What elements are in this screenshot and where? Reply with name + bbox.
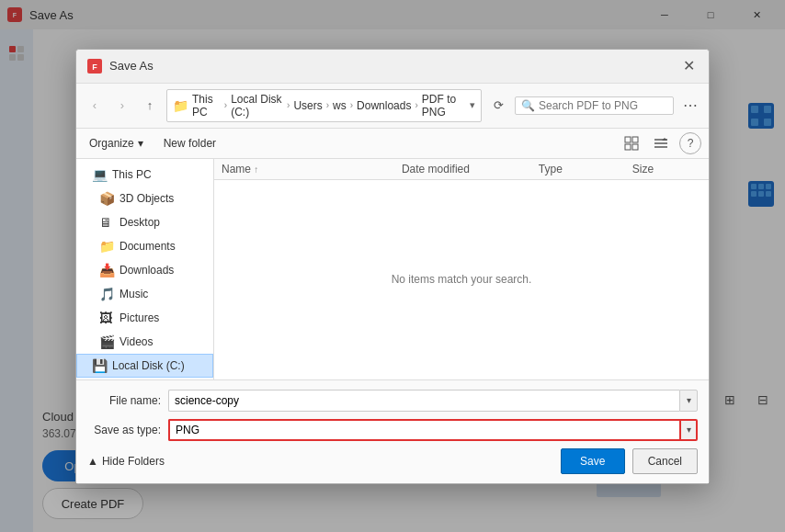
back-button[interactable]: ‹ xyxy=(84,95,106,117)
svg-rect-28 xyxy=(632,137,638,142)
path-local-c: Local Disk (C:) xyxy=(231,93,283,119)
dialog-footer: File name: ▾ Save as type: PNG JPEG BMP … xyxy=(76,379,709,483)
sidebar-item-this-pc[interactable]: 💻 This PC xyxy=(76,163,213,187)
this-pc-label: This PC xyxy=(112,168,152,181)
filetype-label: Save as type: xyxy=(87,424,161,436)
search-input[interactable] xyxy=(539,99,667,112)
sidebar-item-documents[interactable]: 📁 Documents xyxy=(76,234,213,258)
svg-rect-30 xyxy=(632,144,638,150)
hide-folders-arrow-icon: ▲ xyxy=(87,455,98,468)
address-path[interactable]: 📁 This PC › Local Disk (C:) › Users › ws… xyxy=(166,89,482,122)
modal-overlay: F Save As ✕ ‹ › ↑ 📁 This PC › Local Disk… xyxy=(0,0,785,532)
file-list: Name ↑ Date modified Type Size No items … xyxy=(214,159,709,379)
svg-rect-27 xyxy=(625,137,631,142)
sidebar-item-local-d[interactable]: 💾 Local Disk (D:) xyxy=(76,378,213,379)
path-downloads: Downloads xyxy=(357,99,411,112)
this-pc-icon: 💻 xyxy=(92,167,107,182)
filename-row: File name: ▾ xyxy=(87,390,698,412)
path-this-pc: This PC xyxy=(192,93,221,119)
dialog-close-button[interactable]: ✕ xyxy=(679,57,698,75)
desktop-label: Desktop xyxy=(119,216,160,229)
dialog-titlebar: F Save As ✕ xyxy=(76,50,709,84)
svg-rect-29 xyxy=(625,144,631,150)
save-as-dialog: F Save As ✕ ‹ › ↑ 📁 This PC › Local Disk… xyxy=(75,49,710,484)
3d-objects-icon: 📦 xyxy=(99,191,114,206)
search-icon: 🔍 xyxy=(521,99,535,112)
organize-button[interactable]: Organize ▾ xyxy=(84,134,149,153)
hide-folders-label: Hide Folders xyxy=(102,455,165,468)
downloads-icon: 📥 xyxy=(99,263,114,277)
sort-button[interactable] xyxy=(650,132,672,154)
toolbar: Organize ▾ New folder xyxy=(76,129,709,159)
path-ws: ws xyxy=(333,99,347,112)
filename-dropdown-button[interactable]: ▾ xyxy=(679,390,698,412)
pictures-label: Pictures xyxy=(119,311,159,324)
pictures-icon: 🖼 xyxy=(99,311,114,325)
more-options-button[interactable]: ⋯ xyxy=(679,95,701,117)
dialog-actions: Save Cancel xyxy=(561,448,698,474)
documents-label: Documents xyxy=(119,240,176,253)
path-pdf-to-png: PDF to PNG xyxy=(422,93,466,119)
filetype-row: Save as type: PNG JPEG BMP TIFF ▾ xyxy=(87,419,698,441)
path-dropdown-button[interactable]: ▾ xyxy=(470,99,475,111)
sidebar-item-pictures[interactable]: 🖼 Pictures xyxy=(76,306,213,330)
refresh-button[interactable]: ⟳ xyxy=(487,95,509,117)
sort-arrow-icon: ↑ xyxy=(254,164,258,175)
action-row: ▲ Hide Folders Save Cancel xyxy=(87,448,698,474)
save-button[interactable]: Save xyxy=(561,448,625,474)
dialog-title-text: Save As xyxy=(109,59,154,73)
local-c-label: Local Disk (C:) xyxy=(112,359,185,372)
filename-input[interactable] xyxy=(168,390,679,412)
hide-folders-button[interactable]: ▲ Hide Folders xyxy=(87,455,165,468)
help-button[interactable]: ? xyxy=(679,132,701,154)
svg-text:F: F xyxy=(92,62,97,72)
dialog-sidebar: 💻 This PC 📦 3D Objects 🖥 Desktop 📁 Docum… xyxy=(76,159,214,379)
up-button[interactable]: ↑ xyxy=(139,95,161,117)
filetype-select-wrapper: PNG JPEG BMP TIFF ▾ xyxy=(168,419,698,441)
sort-icon xyxy=(654,136,668,151)
filename-input-wrapper: ▾ xyxy=(168,390,698,412)
filename-label: File name: xyxy=(87,394,161,407)
music-label: Music xyxy=(119,288,148,300)
sidebar-item-local-c[interactable]: 💾 Local Disk (C:) xyxy=(76,354,213,378)
videos-label: Videos xyxy=(119,335,153,348)
filetype-dropdown-button[interactable]: ▾ xyxy=(679,419,698,441)
address-bar: ‹ › ↑ 📁 This PC › Local Disk (C:) › User… xyxy=(76,84,709,129)
documents-icon: 📁 xyxy=(99,239,114,254)
sidebar-item-downloads[interactable]: 📥 Downloads xyxy=(76,258,213,282)
music-icon: 🎵 xyxy=(99,287,114,301)
col-type-header[interactable]: Type xyxy=(539,163,625,175)
forward-button[interactable]: › xyxy=(111,95,133,117)
organize-label: Organize xyxy=(89,137,134,150)
cancel-button[interactable]: Cancel xyxy=(632,448,698,474)
desktop-icon: 🖥 xyxy=(99,215,114,230)
organize-chevron-icon: ▾ xyxy=(138,137,143,150)
search-box: 🔍 xyxy=(515,96,674,115)
col-size-header[interactable]: Size xyxy=(632,163,701,175)
grid-view-button[interactable] xyxy=(620,132,643,154)
3d-objects-label: 3D Objects xyxy=(119,192,174,205)
new-folder-button[interactable]: New folder xyxy=(156,134,223,153)
col-date-header[interactable]: Date modified xyxy=(402,163,531,175)
local-c-icon: 💾 xyxy=(92,358,107,373)
file-list-header: Name ↑ Date modified Type Size xyxy=(214,159,709,180)
path-users: Users xyxy=(293,99,322,112)
downloads-label: Downloads xyxy=(119,264,174,277)
folder-icon-path: 📁 xyxy=(173,98,188,113)
sidebar-item-3d-objects[interactable]: 📦 3D Objects xyxy=(76,187,213,210)
dialog-body: 💻 This PC 📦 3D Objects 🖥 Desktop 📁 Docum… xyxy=(76,159,709,379)
col-name-header[interactable]: Name ↑ xyxy=(222,163,394,175)
no-items-message: No items match your search. xyxy=(214,180,709,379)
grid-view-icon xyxy=(624,136,639,151)
sidebar-item-videos[interactable]: 🎬 Videos xyxy=(76,330,213,354)
dialog-title-icon: F xyxy=(87,59,102,74)
sidebar-item-music[interactable]: 🎵 Music xyxy=(76,282,213,306)
filetype-select[interactable]: PNG JPEG BMP TIFF xyxy=(168,419,679,441)
videos-icon: 🎬 xyxy=(99,334,114,349)
sidebar-item-desktop[interactable]: 🖥 Desktop xyxy=(76,210,213,234)
